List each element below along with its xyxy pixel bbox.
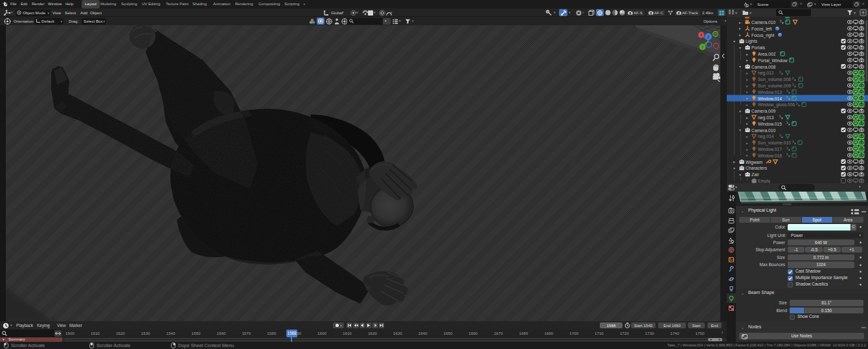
svg-text:▸: ▸ [746, 103, 748, 107]
svg-text:▾: ▾ [735, 11, 737, 15]
svg-text:Window.015: Window.015 [758, 122, 782, 126]
svg-text:Wigwam: Wigwam [746, 160, 762, 165]
svg-text:neg.012: neg.012 [758, 71, 774, 76]
svg-text:▾: ▾ [739, 109, 741, 113]
svg-text:▾: ▾ [739, 65, 741, 69]
svg-text:▸: ▸ [746, 84, 748, 88]
svg-text:▸: ▸ [733, 160, 735, 164]
svg-text:Window.013: Window.013 [758, 90, 782, 95]
svg-text:▸: ▸ [746, 52, 748, 56]
svg-text:▸: ▸ [746, 58, 748, 62]
svg-text:▸: ▸ [739, 27, 741, 30]
svg-text:Zair: Zair [751, 172, 759, 177]
svg-text:Window.018: Window.018 [758, 153, 782, 158]
svg-text:Y: Y [702, 45, 704, 49]
svg-text:Camera.010: Camera.010 [751, 128, 776, 133]
svg-text:▸: ▸ [746, 116, 748, 120]
svg-text:▸: ▸ [746, 148, 748, 152]
svg-text:▸: ▸ [746, 71, 748, 75]
svg-text:Window.017: Window.017 [758, 147, 782, 152]
svg-text:Area.002: Area.002 [758, 52, 776, 56]
svg-text:Focus_right: Focus_right [751, 33, 775, 38]
svg-text:Window.014: Window.014 [758, 96, 782, 101]
svg-text:▸: ▸ [746, 135, 748, 139]
svg-text:▸: ▸ [739, 33, 741, 37]
svg-text:▾: ▾ [739, 128, 741, 132]
svg-text:▸: ▸ [746, 78, 748, 82]
svg-text:▸: ▸ [746, 153, 748, 157]
svg-text:Portal_Window: Portal_Window [758, 58, 788, 63]
svg-text:neg.013: neg.013 [758, 115, 774, 120]
svg-text:Portals: Portals [751, 45, 766, 50]
svg-text:Camera.010: Camera.010 [751, 20, 776, 25]
svg-text:▾: ▾ [733, 39, 735, 43]
svg-text:X: X [700, 33, 703, 37]
svg-text:▾: ▾ [739, 173, 741, 177]
svg-text:Empty: Empty [758, 179, 771, 183]
svg-text:Characters: Characters [746, 166, 768, 170]
svg-text:▾: ▾ [854, 11, 856, 15]
svg-text:▸: ▸ [739, 21, 741, 25]
svg-text:▸: ▸ [746, 122, 748, 126]
svg-text:neg.014: neg.014 [758, 134, 774, 139]
svg-text:▾: ▾ [749, 11, 751, 15]
svg-text:Camera.008: Camera.008 [751, 65, 776, 69]
svg-text:Sun_volume.009: Sun_volume.009 [758, 84, 791, 89]
svg-text:Camera.009: Camera.009 [751, 109, 776, 113]
svg-text:Focus_left: Focus_left [751, 27, 771, 32]
svg-text:Lights: Lights [746, 39, 758, 44]
svg-text:▸: ▸ [746, 90, 748, 94]
svg-text:▾: ▾ [733, 166, 735, 170]
svg-text:▸: ▸ [746, 96, 748, 100]
svg-text:Window_gloss.006: Window_gloss.006 [758, 102, 795, 107]
svg-text:Sun_volume.008: Sun_volume.008 [758, 77, 791, 82]
svg-text:Sun_volume.010: Sun_volume.010 [758, 141, 791, 146]
svg-text:▾: ▾ [739, 46, 741, 50]
svg-text:▸: ▸ [746, 141, 748, 145]
